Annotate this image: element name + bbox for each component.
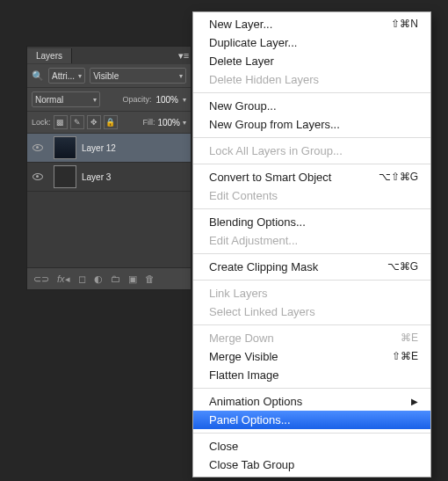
submenu-arrow-icon: ▶ [411,394,418,409]
menu-item: Merge Down⌘E [193,329,430,347]
menu-item-label: Close [209,439,238,454]
layer-name[interactable]: Layer 3 [82,172,111,182]
layer-list: Layer 12 Layer 3 [27,134,191,267]
blend-row: Normal ▾ Opacity: 100% ▾ [27,88,191,112]
menu-item-label: Panel Options... [209,412,291,427]
menu-item[interactable]: Create Clipping Mask⌥⌘G [193,258,430,276]
menu-item: Select Linked Layers [193,302,430,321]
eye-icon [33,173,43,180]
menu-item[interactable]: New Group from Layers... [193,115,430,134]
menu-item-label: Link Layers [209,286,267,301]
menu-separator [193,433,430,434]
menu-item-label: Convert to Smart Object [209,170,331,185]
eye-icon [33,144,43,151]
new-layer-icon[interactable]: ▣ [128,273,137,285]
lock-pixels-icon[interactable]: ✎ [70,115,84,129]
lock-transparency-icon[interactable]: ▩ [54,115,68,129]
menu-item-label: Create Clipping Mask [209,259,318,274]
menu-item-label: Animation Options [209,394,302,409]
layer-mask-icon[interactable]: ◻ [78,273,86,285]
menu-separator [193,208,430,209]
menu-item-label: Flatten Image [209,368,279,383]
lock-row: Lock: ▩ ✎ ✥ 🔒 Fill: 100% ▾ [27,112,191,134]
filter-type-label: Attri... [52,71,75,81]
menu-item: Edit Contents [193,186,430,205]
chevron-down-icon: ▾ [78,72,82,80]
fill-label: Fill: [142,118,155,127]
menu-item[interactable]: Delete Layer [193,52,430,70]
blend-mode-value: Normal [35,95,63,105]
menu-item-label: Delete Layer [209,54,274,69]
menu-item-label: Edit Contents [209,188,278,203]
layers-tab[interactable]: Layers [27,48,72,63]
menu-item-label: Blending Options... [209,215,306,230]
fx-icon[interactable]: fx◂ [57,273,70,285]
menu-item[interactable]: Duplicate Layer... [193,33,430,52]
menu-item[interactable]: New Group... [193,97,430,115]
menu-separator [193,137,430,138]
layer-name[interactable]: Layer 12 [82,143,116,153]
filter-row: 🔍 Attri... ▾ Visible ▾ [27,64,191,88]
menu-item[interactable]: New Layer...⇧⌘N [193,15,430,33]
menu-item-label: Edit Adjustment... [209,233,298,248]
menu-item: Edit Adjustment... [193,231,430,250]
menu-separator [193,324,430,325]
lock-all-icon[interactable]: 🔒 [104,115,118,129]
lock-label: Lock: [32,118,51,127]
chevron-down-icon: ▾ [183,96,186,104]
menu-item-label: Merge Visible [209,349,278,364]
menu-shortcut: ⌥⌘G [387,259,418,274]
chevron-down-icon: ▾ [183,119,186,127]
fill-value[interactable]: 100% [157,118,180,128]
menu-shortcut: ⇧⌘E [392,349,418,364]
menu-item-label: Close Tab Group [209,457,294,472]
layer-row[interactable]: Layer 3 [27,163,191,192]
menu-item[interactable]: Merge Visible⇧⌘E [193,347,430,366]
chevron-down-icon: ▾ [179,72,183,80]
menu-item[interactable]: Close Tab Group [193,455,430,474]
layer-thumbnail[interactable] [54,165,76,188]
menu-item-label: New Group from Layers... [209,117,340,132]
menu-item[interactable]: Close [193,437,430,455]
menu-separator [193,280,430,281]
blend-mode-dropdown[interactable]: Normal ▾ [32,91,100,107]
menu-separator [193,164,430,164]
menu-item: Delete Hidden Layers [193,70,430,89]
menu-item-label: Delete Hidden Layers [209,72,319,87]
menu-item-label: Merge Down [209,331,274,346]
opacity-value[interactable]: 100% [155,95,178,105]
filter-type-dropdown[interactable]: Attri... ▾ [48,68,85,84]
visibility-toggle[interactable] [27,171,48,182]
menu-item: Lock All Layers in Group... [193,142,430,160]
layer-row[interactable]: Layer 12 [27,134,191,163]
menu-item[interactable]: Convert to Smart Object⌥⇧⌘G [193,168,430,186]
adjustment-layer-icon[interactable]: ◐ [94,273,103,285]
panel-menu-icon[interactable]: ▾≡ [177,50,191,62]
search-icon: 🔍 [32,70,44,82]
visibility-toggle[interactable] [27,142,48,153]
menu-item-label: Lock All Layers in Group... [209,143,343,158]
filter-visible-dropdown[interactable]: Visible ▾ [90,68,186,84]
menu-item-label: Duplicate Layer... [209,35,297,50]
menu-item[interactable]: Animation Options▶ [193,392,430,411]
menu-shortcut: ⌥⇧⌘G [379,170,418,185]
menu-separator [193,92,430,93]
menu-item[interactable]: Panel Options... [193,411,430,429]
panel-tab-row: Layers ▾≡ [27,47,191,64]
menu-item[interactable]: Flatten Image [193,366,430,384]
menu-shortcut: ⌘E [401,331,418,346]
chevron-down-icon: ▾ [93,96,97,104]
menu-shortcut: ⇧⌘N [391,17,418,32]
layer-thumbnail[interactable] [54,136,76,159]
delete-layer-icon[interactable]: 🗑 [145,273,155,284]
layers-panel: Layers ▾≡ 🔍 Attri... ▾ Visible ▾ Normal … [26,46,191,290]
lock-position-icon[interactable]: ✥ [87,115,101,129]
panel-footer: ⊂⊃ fx◂ ◻ ◐ 🗀 ▣ 🗑 [27,267,191,289]
menu-item[interactable]: Blending Options... [193,213,430,231]
layers-panel-context-menu[interactable]: New Layer...⇧⌘NDuplicate Layer...Delete … [192,11,431,477]
menu-item-label: Select Linked Layers [209,304,315,319]
menu-separator [193,253,430,254]
menu-item-label: New Group... [209,98,277,113]
new-group-icon[interactable]: 🗀 [111,273,120,284]
link-layers-icon[interactable]: ⊂⊃ [33,273,49,285]
